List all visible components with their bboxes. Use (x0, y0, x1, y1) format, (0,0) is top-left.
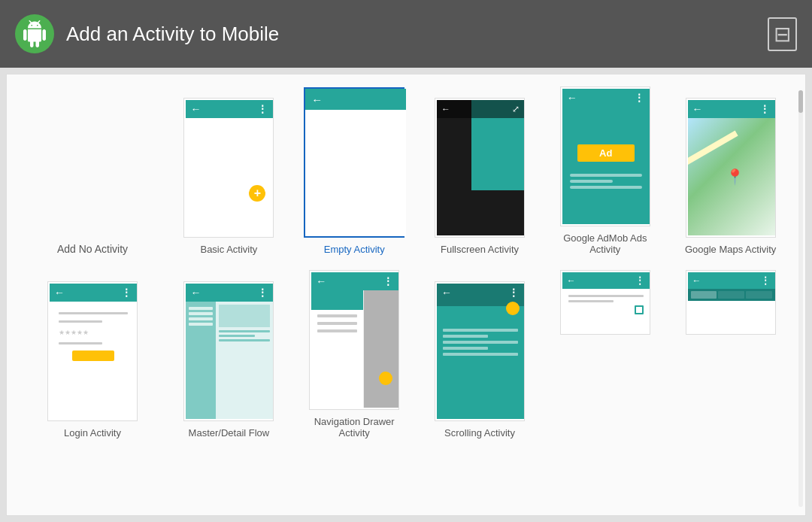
activity-item-tabbed[interactable]: ← ⋮ (674, 270, 787, 335)
label-maps: Google Maps Activity (685, 244, 776, 255)
scrollbar[interactable] (798, 90, 803, 507)
label-navdrawer: Navigation Drawer Activity (298, 416, 411, 439)
activity-item-settings[interactable]: ← ⋮ (548, 270, 662, 335)
activity-item-admob[interactable]: ← ⋮ Ad Google AdMob Ads Activity (548, 86, 662, 255)
label-basic: Basic Activity (200, 244, 257, 255)
no-activity-label: Add No Activity (57, 243, 128, 255)
activity-item-maps[interactable]: ← ⋮ 📍 Google Maps Activity (674, 98, 787, 255)
thumbnail-maps: ← ⋮ 📍 (686, 98, 776, 238)
thumbnail-admob: ← ⋮ Ad (560, 86, 650, 226)
window-controls-icon[interactable]: ⊟ (768, 17, 797, 51)
activity-item-fullscreen[interactable]: ← ⤢ Fullscreen Activity (423, 98, 537, 255)
label-admob: Google AdMob Ads Activity (548, 232, 662, 255)
activity-item-masterdetail[interactable]: ← ⋮ (172, 281, 286, 439)
activity-item-login[interactable]: ← ⋮ ★★★★★ Login Activity (25, 281, 160, 439)
page-title: Add an Activity to Mobile (66, 23, 279, 46)
label-fullscreen: Fullscreen Activity (441, 244, 519, 255)
activity-item-navdrawer[interactable]: ← ⋮ Navigation Drawer Activity (298, 270, 411, 439)
label-scrolling: Scrolling Activity (444, 427, 515, 439)
thumbnail-settings: ← ⋮ (560, 270, 650, 335)
activity-item-scrolling[interactable]: ← ⋮ Scrolling Activity (423, 281, 537, 439)
thumbnail-navdrawer: ← ⋮ (309, 270, 399, 410)
thumbnail-login: ← ⋮ ★★★★★ (47, 281, 138, 421)
activity-item-basic[interactable]: ← ⋮ + Basic Activity (172, 98, 286, 255)
label-login: Login Activity (64, 427, 121, 439)
thumbnail-masterdetail: ← ⋮ (183, 281, 274, 421)
thumbnail-basic: ← ⋮ + (183, 98, 274, 238)
titlebar: Add an Activity to Mobile ⊟ (0, 0, 812, 68)
activity-item-no-activity[interactable]: Add No Activity (25, 243, 160, 255)
label-masterdetail: Master/Detail Flow (189, 427, 270, 439)
label-empty: Empty Activity (324, 244, 385, 255)
thumbnail-fullscreen: ← ⤢ (435, 98, 525, 238)
thumbnail-empty: ← (304, 87, 404, 238)
android-logo (15, 14, 54, 53)
main-content: Add No Activity ← ⋮ + Basic Activity (6, 74, 806, 516)
activity-item-empty[interactable]: ← Empty Activity (298, 87, 411, 255)
thumbnail-tabbed: ← ⋮ (686, 270, 776, 335)
thumbnail-scrolling: ← ⋮ (435, 281, 525, 421)
